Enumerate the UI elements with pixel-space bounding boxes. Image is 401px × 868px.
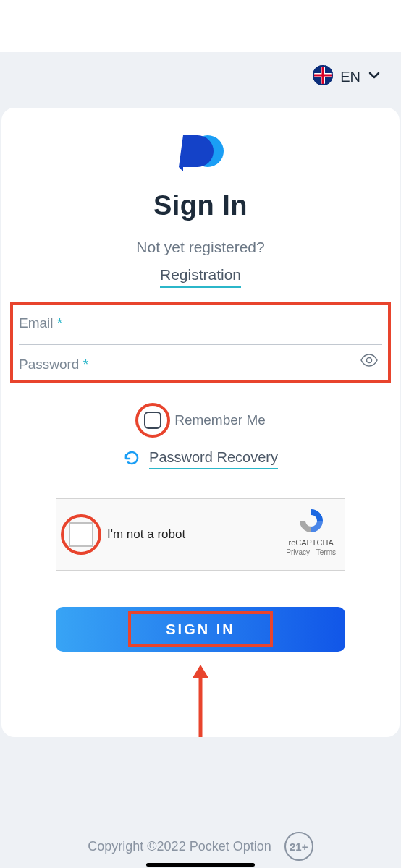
email-label: Email * [19,315,62,331]
flag-uk-icon [313,65,333,89]
captcha-label: I'm not a robot [107,527,185,542]
registration-link[interactable]: Registration [160,266,241,288]
remember-label: Remember Me [174,412,266,428]
remember-checkbox[interactable] [144,412,161,429]
language-label: EN [340,69,360,85]
captcha-highlight-circle [61,514,101,555]
password-label: Password * [19,357,88,372]
recaptcha-widget: I'm not a robot reCAPTCHA Privacy - Term… [56,498,345,571]
remember-row: Remember Me [1,403,400,438]
top-whitespace [0,0,401,52]
signin-card: Sign In Not yet registered? Registration… [1,108,400,737]
svg-point-7 [367,358,372,363]
password-recovery-link[interactable]: Password Recovery [149,449,278,469]
footer: Copyright ©2022 Pocket Option 21+ [0,832,401,861]
svg-rect-4 [322,65,324,85]
signin-button[interactable]: SIGN IN [56,607,345,652]
eye-icon[interactable] [360,354,378,370]
captcha-checkbox[interactable] [69,522,93,547]
chevron-down-icon [368,69,381,85]
subtitle-text: Not yet registered? [1,239,400,256]
header-bar: EN [0,52,401,102]
page-title: Sign In [1,190,400,221]
home-indicator [146,863,255,867]
captcha-branding: reCAPTCHA Privacy - Terms [286,506,336,556]
copyright-text: Copyright ©2022 Pocket Option [88,839,271,854]
remember-highlight-circle [135,403,170,438]
language-selector[interactable]: EN [313,65,381,89]
credentials-highlight-box: Email * Password * [10,302,391,383]
arrow-up-annotation [1,665,400,737]
email-underline [19,344,382,345]
app-logo [1,132,400,173]
age-badge: 21+ [284,832,313,861]
password-field[interactable]: Password * [19,349,382,377]
refresh-icon [123,449,140,469]
recaptcha-icon [297,506,326,535]
email-field[interactable]: Email * [19,308,382,349]
recovery-row: Password Recovery [1,449,400,469]
